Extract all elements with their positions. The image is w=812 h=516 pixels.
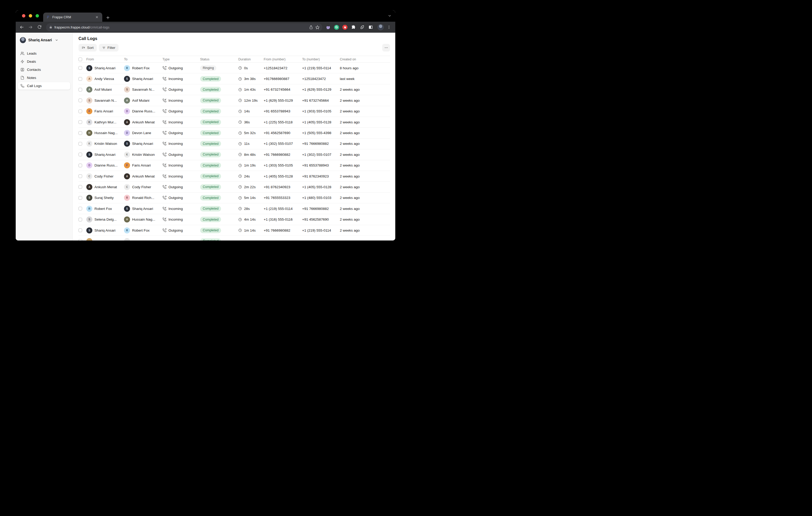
sidebar-item-deals[interactable]: Deals [18, 58, 70, 65]
created-on-cell: 2 weeks ago [340, 109, 390, 113]
duration-cell: 14s [238, 109, 264, 113]
from-number-cell: +91 7666980882 [264, 229, 302, 232]
row-checkbox[interactable] [79, 185, 86, 189]
created-on-cell: 2 weeks ago [340, 185, 390, 189]
created-on-cell: 2 weeks ago [340, 196, 390, 200]
from-cell: S Shariq Ansari [86, 227, 124, 234]
select-all-checkbox[interactable] [79, 58, 86, 61]
row-checkbox[interactable] [79, 66, 86, 70]
zoom-window-button[interactable] [36, 14, 39, 18]
row-checkbox[interactable] [79, 153, 86, 156]
side-panel-extension-icon[interactable] [368, 25, 373, 30]
created-on-cell: 2 weeks ago [340, 217, 390, 221]
duration-cell: 11s [238, 142, 264, 146]
table-row[interactable]: C Cody Fisher A Ankush Menat Incoming Co… [79, 171, 390, 182]
contacts-icon [20, 68, 24, 72]
sidebar-item-contacts[interactable]: Contacts [18, 66, 70, 73]
status-cell: Completed [200, 174, 238, 179]
grammarly-extension-icon[interactable]: G [334, 25, 339, 30]
created-on-cell: 2 weeks ago [340, 229, 390, 232]
table-row[interactable]: S Selena Delg... H Hussain Nag... Incomi… [79, 214, 390, 225]
user-dropdown[interactable]: Shariq Ansari [16, 36, 72, 44]
ellipsis-icon [384, 46, 388, 50]
to-cell: K Kristin Watson [124, 152, 163, 158]
row-checkbox[interactable] [79, 142, 86, 146]
share-icon[interactable] [309, 25, 313, 29]
row-checkbox[interactable] [79, 229, 86, 232]
table-row[interactable]: F Faris Ansari D Dianne Russ... Outgoing… [79, 106, 390, 117]
tab-search-chevron-icon[interactable] [388, 14, 392, 18]
duration-cell: 1m 14s [238, 229, 264, 232]
duration-cell: 0s [238, 66, 264, 70]
sidebar-item-leads[interactable]: Leads [18, 50, 70, 57]
from-cell: S Suraj Shetty [86, 195, 124, 201]
forward-icon[interactable] [27, 23, 34, 31]
column-from-number: From (number) [264, 58, 302, 61]
table-row[interactable]: S Shariq Ansari K Kristin Watson Outgoin… [79, 149, 390, 160]
puzzle-extension-icon[interactable] [351, 25, 356, 30]
new-tab-button[interactable] [106, 16, 110, 20]
close-window-button[interactable] [22, 14, 25, 18]
row-checkbox[interactable] [79, 131, 86, 135]
main-panel: Call Logs Sort Filter [73, 33, 395, 241]
row-checkbox[interactable] [79, 196, 86, 200]
row-checkbox[interactable] [79, 120, 86, 124]
from-number-cell: +1 (629) 555-0129 [264, 98, 302, 102]
table-row[interactable]: H Hussain Nag... D Devon Lane Outgoing C… [79, 127, 390, 138]
bookmark-star-icon[interactable] [315, 25, 320, 30]
table-row[interactable]: A Ankush Menat C Cody Fisher Outgoing Co… [79, 182, 390, 192]
lock-icon[interactable] [49, 26, 52, 29]
type-cell: Incoming [163, 174, 200, 178]
browser-profile-avatar[interactable] [377, 24, 384, 30]
table-row[interactable]: K Kathryn Mur... A Ankush Menat Incoming… [79, 117, 390, 127]
table-row[interactable]: A Andy Viessa S Shariq Ansari Incoming C… [79, 73, 390, 84]
table-row[interactable]: S Savannah N... A Asif Mulani Incoming C… [79, 95, 390, 106]
sort-button[interactable]: Sort [79, 44, 97, 52]
energy-saver-extension-icon[interactable] [359, 25, 365, 30]
row-checkbox[interactable] [79, 239, 86, 241]
row-checkbox[interactable] [79, 110, 86, 113]
type-cell: Incoming [163, 163, 200, 167]
filter-button[interactable]: Filter [99, 44, 118, 52]
browser-tab[interactable]: Frappe CRM [43, 12, 102, 22]
clock-icon [238, 77, 242, 81]
row-checkbox[interactable] [79, 88, 86, 91]
avatar: K [124, 152, 130, 158]
from-number-cell: +91 6732745664 [264, 88, 302, 91]
to-number-cell: +91 8762340923 [302, 174, 340, 178]
phone-incoming-icon [163, 120, 166, 124]
row-checkbox[interactable] [79, 218, 86, 221]
table-row[interactable]: R Robert Fox S Shariq Ansari Incoming Co… [79, 203, 390, 214]
adblock-extension-icon[interactable] [342, 25, 347, 30]
minimize-window-button[interactable] [29, 14, 32, 18]
table-row[interactable]: Completed [79, 236, 390, 241]
sidebar-item-call-logs[interactable]: Call Logs [18, 82, 70, 90]
browser-menu-kebab-icon[interactable] [386, 25, 392, 29]
avatar: S [86, 152, 92, 158]
octopus-extension-icon[interactable] [325, 25, 331, 30]
row-checkbox[interactable] [79, 174, 86, 178]
more-options-button[interactable] [382, 44, 390, 52]
back-icon[interactable] [18, 23, 26, 31]
to-cell: C Cody Fisher [124, 184, 163, 190]
row-checkbox[interactable] [79, 207, 86, 210]
row-checkbox[interactable] [79, 164, 86, 167]
table-row[interactable]: S Shariq Ansari R Robert Fox Outgoing Ri… [79, 63, 390, 73]
row-checkbox[interactable] [79, 98, 86, 102]
to-number-cell: +91 7666980882 [302, 207, 340, 211]
to-number-cell: +1 (405) 555-0128 [302, 185, 340, 189]
row-checkbox[interactable] [79, 77, 86, 81]
tab-close-icon[interactable] [94, 15, 100, 19]
sidebar-item-notes[interactable]: Notes [18, 74, 70, 82]
address-bar[interactable]: frappecrm.frappe.cloud/crm/call-logs [46, 23, 322, 31]
clock-icon [238, 229, 242, 232]
table-row[interactable]: A Asif Mulani S Savannah N... Outgoing C… [79, 85, 390, 95]
phone-incoming-icon [163, 217, 166, 221]
table-row[interactable]: S Suraj Shetty R Ronald Rich... Outgoing… [79, 193, 390, 203]
type-cell: Outgoing [163, 229, 200, 232]
reload-icon[interactable] [36, 23, 44, 31]
table-row[interactable]: K Kristin Watson S Shariq Ansari Incomin… [79, 139, 390, 149]
table-row[interactable]: S Shariq Ansari R Robert Fox Outgoing Co… [79, 225, 390, 236]
status-cell: Completed [200, 152, 238, 157]
table-row[interactable]: D Dianne Russ... F Faris Ansari Incoming… [79, 160, 390, 171]
